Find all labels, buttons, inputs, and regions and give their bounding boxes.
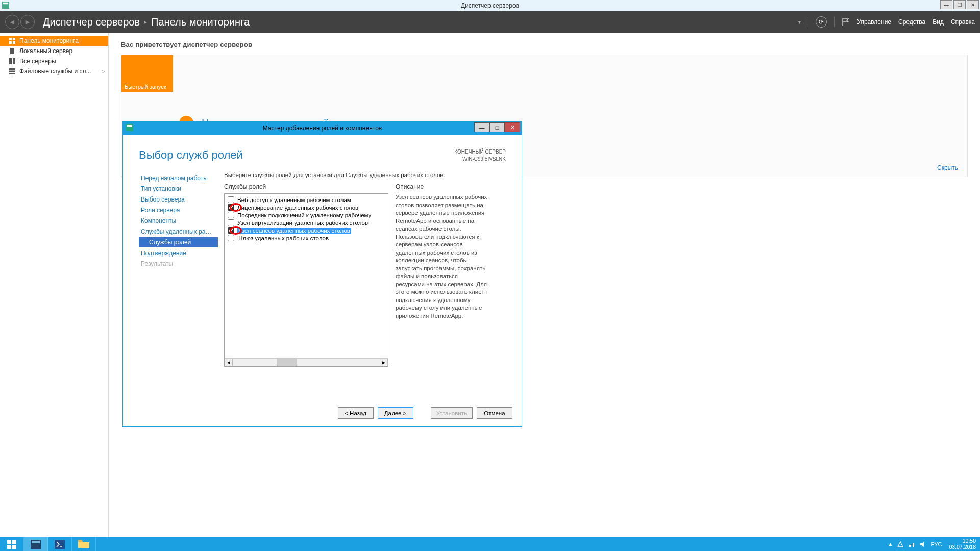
svg-rect-9	[9, 68, 15, 70]
role-checkbox[interactable]	[228, 212, 234, 218]
role-item-session-host[interactable]: Узел сеансов удаленных рабочих столов	[226, 227, 387, 234]
action-center-icon[interactable]	[897, 541, 904, 548]
role-item-gateway[interactable]: Шлюз удаленных рабочих столов	[226, 234, 387, 242]
role-checkbox[interactable]	[228, 219, 234, 226]
wizard-nav-server-selection[interactable]: Выбор сервера	[139, 194, 218, 205]
scroll-right-button[interactable]: ►	[380, 359, 388, 366]
tray-arrow-icon[interactable]: ▲	[888, 541, 893, 547]
network-icon[interactable]	[908, 541, 915, 548]
svg-rect-15	[12, 540, 16, 544]
scroll-left-button[interactable]: ◄	[225, 359, 233, 366]
sidebar-item-label: Панель мониторинга	[19, 37, 79, 44]
svg-rect-4	[9, 41, 12, 44]
navbar: ◄ ► Диспетчер серверов ▸ Панель монитори…	[0, 11, 980, 33]
svg-rect-16	[7, 545, 11, 549]
start-button[interactable]	[0, 537, 24, 551]
scroll-thumb[interactable]	[277, 359, 297, 366]
close-button[interactable]: ✕	[967, 0, 979, 9]
sidebar-item-label: Локальный сервер	[19, 47, 72, 55]
role-item-virtualization-host[interactable]: Узел виртуализации удаленных рабочих сто…	[226, 219, 387, 227]
svg-rect-1	[3, 3, 9, 5]
powershell-icon	[55, 540, 65, 549]
description-text: Узел сеансов удаленных рабочих столов по…	[396, 193, 488, 320]
wizard-titlebar[interactable]: Мастер добавления ролей и компонентов — …	[123, 121, 522, 135]
role-checkbox[interactable]	[228, 204, 234, 211]
wizard-nav-before-you-begin[interactable]: Перед началом работы	[139, 173, 218, 183]
sidebar-item-all-servers[interactable]: Все серверы	[0, 56, 108, 66]
back-button[interactable]: < Назад	[338, 407, 374, 419]
menu-manage[interactable]: Управление	[857, 18, 891, 26]
svg-rect-10	[9, 71, 15, 72]
windows-icon	[7, 540, 16, 549]
dashboard-icon	[9, 38, 15, 44]
horizontal-scrollbar[interactable]: ◄ ►	[225, 358, 388, 366]
refresh-icon[interactable]: ⟳	[816, 16, 827, 28]
wizard-nav-server-roles[interactable]: Роли сервера	[139, 205, 218, 215]
description-label: Описание	[396, 183, 488, 190]
server-manager-icon	[31, 540, 41, 549]
nav-forward-button[interactable]: ►	[20, 15, 35, 29]
taskbar-server-manager[interactable]	[24, 537, 48, 551]
sidebar-item-local-server[interactable]: Локальный сервер	[0, 46, 108, 56]
maximize-button[interactable]: ❐	[953, 0, 966, 9]
menu-help[interactable]: Справка	[951, 18, 975, 26]
files-icon	[9, 68, 15, 74]
breadcrumb-root[interactable]: Диспетчер серверов	[43, 16, 140, 28]
nav-back-button[interactable]: ◄	[5, 15, 19, 29]
svg-rect-7	[9, 58, 12, 64]
svg-rect-21	[78, 540, 82, 542]
add-roles-wizard: Мастер добавления ролей и компонентов — …	[122, 121, 522, 427]
wizard-nav-features[interactable]: Компоненты	[139, 216, 218, 226]
clock[interactable]: 10:50 03.07.2018	[949, 538, 976, 550]
role-item-connection-broker[interactable]: Посредник подключений к удаленному рабоч…	[226, 211, 387, 219]
titlebar: Диспетчер серверов — ❐ ✕	[0, 0, 980, 11]
wizard-minimize-button[interactable]: —	[474, 122, 489, 132]
role-checkbox[interactable]	[228, 235, 234, 241]
svg-rect-6	[10, 48, 14, 54]
language-indicator[interactable]: РУС	[930, 541, 942, 547]
wizard-nav-installation-type[interactable]: Тип установки	[139, 184, 218, 194]
menu-tools[interactable]: Средства	[898, 18, 925, 26]
flag-icon[interactable]	[842, 18, 850, 26]
app-icon	[2, 2, 9, 9]
role-item-web-access[interactable]: Веб-доступ к удаленным рабочим столам	[226, 196, 387, 204]
breadcrumb-current: Панель мониторинга	[151, 16, 250, 28]
wizard-page-title: Выбор служб ролей	[139, 148, 243, 162]
wizard-nav-confirmation[interactable]: Подтверждение	[139, 248, 218, 258]
sound-icon[interactable]	[919, 541, 926, 548]
wizard-nav: Перед началом работы Тип установки Выбор…	[139, 169, 218, 367]
breadcrumb: Диспетчер серверов ▸ Панель мониторинга	[43, 16, 250, 28]
minimize-button[interactable]: —	[940, 0, 952, 9]
sidebar-item-dashboard[interactable]: Панель мониторинга	[0, 36, 108, 46]
svg-rect-17	[12, 545, 16, 549]
role-item-licensing[interactable]: Лицензирование удаленных рабочих столов	[226, 204, 387, 211]
svg-rect-5	[13, 41, 15, 44]
wizard-close-button[interactable]: ✕	[505, 122, 520, 132]
svg-rect-11	[9, 73, 15, 74]
svg-rect-19	[32, 541, 40, 543]
sidebar: Панель мониторинга Локальный сервер Все …	[0, 33, 109, 537]
svg-rect-22	[909, 545, 911, 547]
wizard-icon	[126, 124, 133, 131]
wizard-nav-results: Результаты	[139, 259, 218, 269]
folder-icon	[78, 540, 89, 548]
quick-start-tile: Быстрый запуск	[121, 55, 173, 92]
wizard-nav-rds[interactable]: Службы удаленных рабо...	[139, 227, 218, 237]
wizard-maximize-button[interactable]: □	[489, 122, 505, 132]
role-checkbox[interactable]	[228, 227, 234, 234]
taskbar-powershell[interactable]	[48, 537, 72, 551]
taskbar: ▲ РУС 10:50 03.07.2018	[0, 537, 980, 551]
next-button[interactable]: Далее >	[378, 407, 413, 419]
taskbar-explorer[interactable]	[72, 537, 96, 551]
svg-rect-2	[9, 38, 12, 40]
hide-link[interactable]: Скрыть	[937, 164, 958, 171]
sidebar-item-file-services[interactable]: Файловые службы и сл... ▷	[0, 66, 108, 77]
install-button: Установить	[431, 407, 473, 419]
svg-rect-14	[7, 540, 11, 544]
role-checkbox[interactable]	[228, 196, 234, 203]
menu-view[interactable]: Вид	[933, 18, 944, 26]
role-services-label: Службы ролей	[224, 183, 388, 190]
sidebar-item-label: Файловые службы и сл...	[19, 68, 91, 75]
cancel-button[interactable]: Отмена	[477, 407, 512, 419]
wizard-nav-role-services[interactable]: Службы ролей	[139, 237, 218, 247]
